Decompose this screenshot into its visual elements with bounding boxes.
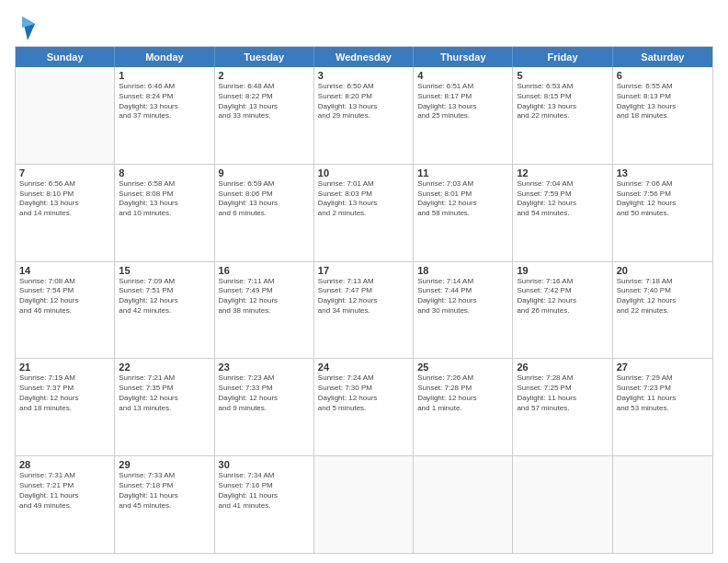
calendar-cell: 18Sunrise: 7:14 AMSunset: 7:44 PMDayligh… — [414, 262, 513, 359]
cell-info-line: and 2 minutes. — [318, 209, 409, 219]
calendar-cell — [414, 456, 513, 553]
cell-info-line: Sunset: 8:24 PM — [119, 92, 210, 102]
calendar-cell — [314, 456, 414, 553]
cell-info-line: Sunset: 8:10 PM — [19, 190, 110, 200]
day-number: 27 — [617, 362, 709, 373]
header-day-tuesday: Tuesday — [215, 47, 314, 67]
cell-info-line: and 46 minutes. — [19, 306, 110, 316]
day-number: 9 — [219, 167, 310, 178]
cell-info-line: Sunset: 7:59 PM — [517, 190, 608, 200]
cell-info-line: Sunset: 8:15 PM — [517, 92, 608, 102]
cell-info-line: Daylight: 12 hours — [318, 296, 409, 306]
cell-info-line: and 25 minutes. — [417, 111, 508, 121]
header-day-thursday: Thursday — [414, 47, 513, 67]
cell-info-line: Daylight: 12 hours — [517, 296, 608, 306]
day-number: 3 — [318, 70, 409, 81]
day-number: 29 — [119, 459, 210, 470]
cell-info-line: and 6 minutes. — [219, 209, 310, 219]
calendar-row-2: 14Sunrise: 7:08 AMSunset: 7:54 PMDayligh… — [16, 262, 712, 360]
day-number: 30 — [219, 459, 310, 470]
calendar-cell: 13Sunrise: 7:06 AMSunset: 7:56 PMDayligh… — [613, 165, 712, 261]
day-number: 11 — [417, 167, 508, 178]
cell-info-line: Sunrise: 7:34 AM — [219, 471, 310, 481]
day-number: 6 — [617, 70, 709, 81]
cell-info-line: Sunrise: 6:53 AM — [517, 82, 608, 92]
cell-info-line: Daylight: 13 hours — [219, 199, 310, 209]
calendar-cell: 3Sunrise: 6:50 AMSunset: 8:20 PMDaylight… — [314, 67, 414, 164]
day-number: 22 — [119, 362, 210, 373]
cell-info-line: Daylight: 12 hours — [219, 296, 310, 306]
cell-info-line: Daylight: 13 hours — [19, 199, 110, 209]
cell-info-line: Sunset: 7:23 PM — [617, 384, 709, 394]
calendar-header: SundayMondayTuesdayWednesdayThursdayFrid… — [16, 47, 712, 67]
calendar-cell: 21Sunrise: 7:19 AMSunset: 7:37 PMDayligh… — [16, 359, 115, 455]
cell-info-line: Sunrise: 7:23 AM — [219, 373, 310, 384]
cell-info-line: Daylight: 12 hours — [119, 296, 210, 306]
cell-info-line: Daylight: 13 hours — [318, 102, 409, 112]
calendar-cell: 17Sunrise: 7:13 AMSunset: 7:47 PMDayligh… — [314, 262, 414, 359]
logo-icon — [18, 15, 35, 37]
logo — [15, 15, 35, 37]
calendar-cell: 2Sunrise: 6:48 AMSunset: 8:22 PMDaylight… — [215, 67, 314, 164]
cell-info-line: Daylight: 12 hours — [617, 296, 709, 306]
cell-info-line: Daylight: 12 hours — [617, 199, 709, 209]
calendar-cell: 12Sunrise: 7:04 AMSunset: 7:59 PMDayligh… — [513, 165, 612, 261]
cell-info-line: and 54 minutes. — [517, 209, 608, 219]
calendar-cell: 28Sunrise: 7:31 AMSunset: 7:21 PMDayligh… — [16, 456, 115, 553]
header-day-friday: Friday — [513, 47, 612, 67]
cell-info-line: and 1 minute. — [417, 404, 508, 414]
cell-info-line: Sunrise: 7:29 AM — [617, 373, 709, 384]
cell-info-line: Sunset: 7:37 PM — [19, 384, 110, 394]
cell-info-line: Sunrise: 6:46 AM — [119, 82, 210, 92]
cell-info-line: Sunrise: 7:21 AM — [119, 373, 210, 384]
cell-info-line: Sunrise: 6:50 AM — [318, 82, 409, 92]
cell-info-line: Sunrise: 7:18 AM — [617, 277, 709, 287]
cell-info-line: Sunset: 8:06 PM — [219, 190, 310, 200]
cell-info-line: Daylight: 12 hours — [417, 199, 508, 209]
cell-info-line: Sunset: 8:17 PM — [417, 92, 508, 102]
cell-info-line: Sunset: 8:20 PM — [318, 92, 409, 102]
cell-info-line: Sunset: 8:22 PM — [219, 92, 310, 102]
calendar-cell: 11Sunrise: 7:03 AMSunset: 8:01 PMDayligh… — [414, 165, 513, 261]
cell-info-line: Sunrise: 6:56 AM — [19, 179, 110, 190]
cell-info-line: Sunrise: 7:16 AM — [517, 277, 608, 287]
cell-info-line: Sunrise: 6:55 AM — [617, 82, 709, 92]
calendar-cell: 1Sunrise: 6:46 AMSunset: 8:24 PMDaylight… — [115, 67, 214, 164]
day-number: 21 — [19, 362, 110, 373]
day-number: 1 — [119, 70, 210, 81]
cell-info-line: Daylight: 12 hours — [318, 394, 409, 404]
cell-info-line: and 42 minutes. — [119, 306, 210, 316]
cell-info-line: and 38 minutes. — [219, 306, 310, 316]
day-number: 4 — [417, 70, 508, 81]
cell-info-line: and 29 minutes. — [318, 111, 409, 121]
cell-info-line: Sunset: 8:01 PM — [417, 190, 508, 200]
cell-info-line: and 37 minutes. — [119, 111, 210, 121]
cell-info-line: Sunset: 7:40 PM — [617, 286, 709, 296]
header-day-monday: Monday — [115, 47, 214, 67]
cell-info-line: Sunrise: 6:58 AM — [119, 179, 210, 190]
cell-info-line: Sunset: 7:18 PM — [119, 481, 210, 491]
cell-info-line: and 18 minutes. — [617, 111, 709, 121]
calendar-cell: 9Sunrise: 6:59 AMSunset: 8:06 PMDaylight… — [215, 165, 314, 261]
cell-info-line: and 30 minutes. — [417, 306, 508, 316]
cell-info-line: Sunrise: 7:01 AM — [318, 179, 409, 190]
cell-info-line: Sunset: 7:21 PM — [19, 481, 110, 491]
cell-info-line: Sunset: 7:49 PM — [219, 286, 310, 296]
day-number: 16 — [219, 265, 310, 276]
header-day-wednesday: Wednesday — [314, 47, 414, 67]
cell-info-line: Daylight: 11 hours — [119, 491, 210, 501]
day-number: 2 — [219, 70, 310, 81]
calendar-cell: 19Sunrise: 7:16 AMSunset: 7:42 PMDayligh… — [513, 262, 612, 359]
cell-info-line: and 18 minutes. — [19, 404, 110, 414]
cell-info-line: Sunrise: 7:26 AM — [417, 373, 508, 384]
day-number: 10 — [318, 167, 409, 178]
day-number: 17 — [318, 265, 409, 276]
cell-info-line: Daylight: 12 hours — [19, 296, 110, 306]
calendar-row-1: 7Sunrise: 6:56 AMSunset: 8:10 PMDaylight… — [16, 165, 712, 262]
calendar-cell: 26Sunrise: 7:28 AMSunset: 7:25 PMDayligh… — [513, 359, 612, 455]
cell-info-line: Daylight: 11 hours — [517, 394, 608, 404]
cell-info-line: and 57 minutes. — [517, 404, 608, 414]
cell-info-line: Sunset: 8:03 PM — [318, 190, 409, 200]
cell-info-line: and 50 minutes. — [617, 209, 709, 219]
cell-info-line: Sunrise: 7:28 AM — [517, 373, 608, 384]
